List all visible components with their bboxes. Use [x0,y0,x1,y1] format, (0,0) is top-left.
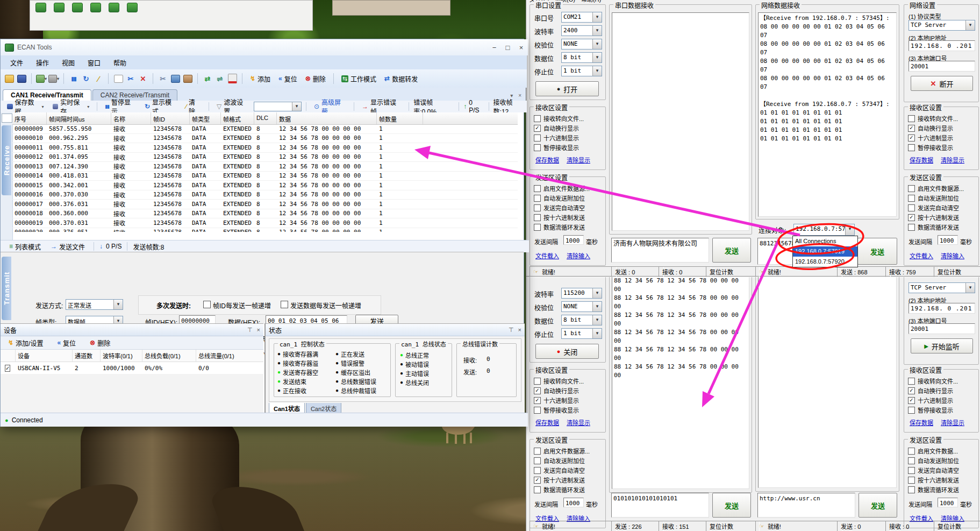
menu-file[interactable]: 文件 [4,56,30,69]
net-rx-textarea[interactable]: 【Receive from 192.168.0.7 : 57345】: 08 0… [758,12,897,217]
chevron-down-icon[interactable]: ▾ [592,288,602,298]
action-link[interactable]: 清除输入 [567,251,590,260]
menu-help[interactable]: 帮助 [107,56,133,69]
checkbox-option[interactable]: ✓十六进制显示 [904,395,978,405]
checkbox-option[interactable]: 暂停接收显示 [530,405,605,415]
disconnect-button[interactable]: ✕断开 [911,76,973,91]
serial-send-button[interactable]: 发送 [712,238,751,263]
add-device-button[interactable]: ↯添加 [247,74,274,83]
send-interval-input[interactable]: 1000 [563,235,584,245]
checkbox-option[interactable]: ✓自动换行显示 [904,123,978,133]
send-mode-combo[interactable]: 正常发送▾ [66,299,123,310]
checkbox-option[interactable]: 发送完自动清空 [530,465,605,475]
checkbox-option[interactable]: 接收转向文件... [904,376,978,386]
checkbox-option[interactable]: 自动发送附加位 [904,193,978,203]
maximize-button[interactable]: □ [501,41,514,53]
connection-option[interactable]: 192.168.0.7:57920 [793,257,857,267]
table-header-cell[interactable]: 帧ID [151,112,190,124]
checkbox[interactable] [534,448,541,455]
checkbox-option[interactable]: 暂停接收显示 [904,405,978,415]
table-header-cell[interactable]: 数据 [277,112,377,124]
table-row[interactable]: 00000013007.124.390接收12345678DATAEXTENDE… [12,162,518,172]
local-ip-input[interactable]: 192.168. 0 .201 [909,40,975,51]
parity-combo[interactable]: NONE▾ [561,39,602,49]
menu-operate[interactable]: 操作 [30,56,55,69]
checkbox[interactable]: ✓ [534,397,541,404]
checkbox-option[interactable]: 暂停接收显示 [904,143,978,152]
checkbox-option[interactable]: 自动发送附加位 [904,456,978,465]
table-row[interactable]: 00000016000.370.030接收12345678DATAEXTENDE… [12,190,518,200]
inc-data-checkbox[interactable] [281,301,288,308]
action-link[interactable]: 保存数据 [910,155,933,164]
checkbox[interactable]: ✓ [908,397,915,404]
action-link[interactable]: 文件载入 [910,251,933,260]
send-interval-input[interactable]: 1000 [938,498,958,507]
checkbox-option[interactable]: ✓自动换行显示 [904,386,978,395]
device-delete-button[interactable]: ⊗删除 [87,338,113,348]
chevron-down-icon[interactable]: ▾ [592,53,602,62]
device-remove-icon[interactable]: ▾ [48,73,59,84]
cut-icon[interactable]: ✂ [158,73,168,84]
checkbox[interactable] [534,467,541,474]
chevron-down-icon[interactable]: ▾ [592,39,602,49]
local-port-input[interactable]: 20001 [909,61,975,72]
connection-option[interactable]: All Connections [793,236,857,246]
collapse-box[interactable] [2,114,12,123]
connection-combo[interactable]: 192.168.0.7:57919▾ [793,224,855,236]
chevron-down-icon[interactable]: ▾ [965,20,975,30]
com-combo[interactable]: COM21▾ [561,12,602,23]
col-baud[interactable]: 波特率(0/1) [101,350,142,362]
checkbox-option[interactable]: ✓十六进制显示 [530,395,605,405]
pin-icon[interactable]: ⊤ [509,327,514,334]
checkbox-option[interactable]: ✓十六进制显示 [904,133,978,143]
reset-count-button[interactable]: 复位计数 [706,521,760,531]
stopbits-combo[interactable]: 1 bit▾ [561,66,602,76]
checkbox[interactable] [534,457,541,464]
close-panel-icon[interactable]: × [257,327,260,334]
protocol-combo[interactable]: TCP Server▾ [909,282,975,293]
stopbits-combo[interactable]: 1 bit▾ [561,328,602,339]
serial-send-button[interactable]: 发送 [712,493,751,518]
usb-icon[interactable]: ⇌ [214,73,225,84]
title-bar[interactable]: ECAN Tools − □ × [1,39,528,55]
chevron-down-icon[interactable]: ▾ [592,12,602,22]
checkbox-option[interactable]: 数据流循环发送 [904,222,978,232]
table-row[interactable]: 00000015000.342.001接收12345678DATAEXTENDE… [12,181,518,190]
device-add-icon[interactable]: ▾ [36,73,47,84]
chevron-down-icon[interactable]: ▾ [292,102,301,111]
send-interval-input[interactable]: 1000 [938,235,958,245]
checkbox[interactable] [534,185,541,192]
checkbox[interactable] [534,224,541,231]
chevron-down-icon[interactable]: ▾ [592,329,602,338]
checkbox-option[interactable]: 启用文件数据源... [904,183,978,193]
device-reset-button[interactable]: «复位 [54,338,79,348]
col-busload[interactable]: 总线负载(0/1) [142,350,196,362]
checkbox-option[interactable]: 十六进制显示 [530,133,605,143]
checkbox[interactable]: ✓ [908,387,915,394]
panel-icon[interactable] [227,73,238,84]
table-row[interactable]: 00000014000.418.031接收12345678DATAEXTENDE… [12,172,518,181]
col-channels[interactable]: 通道数 [73,350,101,362]
checkbox[interactable] [534,204,541,211]
table-header-cell[interactable]: 帧数量 [377,112,423,124]
checkbox[interactable] [908,477,915,484]
checkbox[interactable] [534,407,541,414]
checkbox-option[interactable]: 发送完自动清空 [530,203,605,213]
checkbox-option[interactable]: 发送完自动清空 [904,465,978,475]
pin-icon[interactable]: ⊤ [247,327,253,334]
checkbox-option[interactable]: 启用文件数据源... [530,183,605,193]
filter-combo[interactable]: ▾ [254,102,302,111]
checkbox[interactable]: ✓ [534,125,541,132]
checkbox-option[interactable]: 启用文件数据源... [530,446,605,456]
checkbox[interactable]: ✓ [534,387,541,394]
connection-dropdown-list[interactable]: All Connections192.168.0.7:57919192.168.… [792,236,858,267]
checkbox-option[interactable]: ✓自动换行显示 [530,386,605,395]
table-row[interactable]: 00000019000.370.031接收12345678DATAEXTENDE… [12,218,518,228]
chevron-down-icon[interactable]: ▾ [592,26,602,36]
serial-open-button[interactable]: ●打开 [535,81,599,96]
checkbox-option[interactable]: ✓按十六进制发送 [530,475,605,485]
chevron-down-icon[interactable]: ▾ [592,315,602,325]
protocol-combo[interactable]: TCP Server▾ [909,20,975,31]
close-panel-icon[interactable]: × [518,327,521,334]
checkbox-option[interactable]: 暂停接收显示 [530,143,605,152]
